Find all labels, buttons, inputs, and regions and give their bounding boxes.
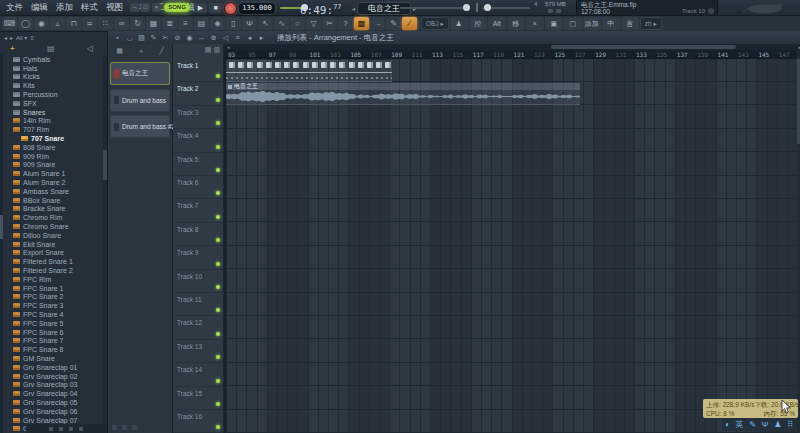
pattern-item-drum-and-bass-2[interactable]: Drum and bass #2 xyxy=(110,115,170,138)
record-button[interactable] xyxy=(224,2,237,15)
browser-item-ekit-snare[interactable]: Ekit Snare xyxy=(3,240,101,249)
browser-item-fpc-rim[interactable]: FPC Rim xyxy=(3,275,101,284)
browser-item-fpc-snare-6[interactable]: FPC Snare 6 xyxy=(3,328,101,337)
delete-tool-icon[interactable]: ⊘ xyxy=(172,32,183,43)
ime-keyboard-icon[interactable]: ⠿ xyxy=(787,418,793,431)
menu-样式[interactable]: 样式 xyxy=(77,0,102,15)
track-header-5[interactable]: Track 5 xyxy=(173,153,223,176)
menu-添加[interactable]: 添加 xyxy=(52,0,77,15)
browser-item-filtered-snare-2[interactable]: Filtered Snare 2 xyxy=(3,266,101,275)
wait-input-icon[interactable]: ⊓ xyxy=(66,17,81,30)
pattern-item-电音之王[interactable]: 电音之王 xyxy=(110,62,170,85)
track-led-icon[interactable] xyxy=(216,215,220,219)
browser-item-hats[interactable]: Hats xyxy=(3,64,101,73)
countdown-icon[interactable]: ≍ xyxy=(82,17,97,30)
copy-icon[interactable]: ▣ xyxy=(545,17,563,30)
track-header-15[interactable]: Track 15 xyxy=(173,387,223,410)
mixer-icon[interactable]: ≣ xyxy=(162,17,177,30)
horizontal-scroll-thumb[interactable] xyxy=(551,45,736,49)
close-button[interactable]: × xyxy=(526,17,544,30)
track-header-7[interactable]: Track 7 xyxy=(173,199,223,222)
browser-item-fpc-snare-3[interactable]: FPC Snare 3 xyxy=(3,301,101,310)
channel-rack-icon[interactable]: ▦ xyxy=(146,17,161,30)
track-header-8[interactable]: Track 8 xyxy=(173,223,223,246)
save-icon[interactable]: ▽ xyxy=(306,17,321,30)
project-picker-icon[interactable]: ◈ xyxy=(210,17,225,30)
loop-record-icon[interactable]: ↻ xyxy=(130,17,145,30)
detach-icon[interactable]: ▪ xyxy=(112,32,123,43)
arrangement-grid[interactable]: 电音之王 xyxy=(226,59,800,433)
menu-icon[interactable]: ≡ xyxy=(232,32,243,43)
browser-item-ambass-snare[interactable]: Ambass Snare xyxy=(3,187,101,196)
yan-button[interactable]: 言 xyxy=(621,17,639,30)
browser-item-14in-rim[interactable]: 14in Rim xyxy=(3,117,101,126)
browser-item-grv-snareclap-05[interactable]: Grv Snareclap 05 xyxy=(3,398,101,407)
browser-item-909-rim[interactable]: 909 Rim xyxy=(3,152,101,161)
overdub-icon[interactable]: ∞ xyxy=(114,17,129,30)
plugin-picker-icon[interactable]: ▤ xyxy=(194,17,209,30)
paint-tool-icon[interactable]: ▨ xyxy=(136,32,147,43)
list-view-icon[interactable]: ▥ xyxy=(213,46,220,54)
track-led-icon[interactable] xyxy=(216,425,220,429)
ime-lang-icon[interactable]: 英 xyxy=(736,418,744,431)
slip-tool-icon[interactable]: ↔ xyxy=(196,32,207,43)
obj-dropdown[interactable]: OBJ ▸ xyxy=(421,17,449,30)
mute-tool-icon[interactable]: ◉ xyxy=(184,32,195,43)
piano-roll-icon[interactable]: ▦ xyxy=(116,47,123,55)
ime-toolbar[interactable]: ◐英✎Ψ♟⠿ xyxy=(722,418,796,431)
browser-filter-dropdown[interactable]: All ▾ xyxy=(16,34,27,41)
browser-item-fpc-snare-4[interactable]: FPC Snare 4 xyxy=(3,310,101,319)
browser-back-icon[interactable]: ◂ xyxy=(4,34,7,41)
browser-item-snares[interactable]: Snares xyxy=(3,108,101,117)
track-header-6[interactable]: Track 6 xyxy=(173,176,223,199)
pattern-item-drum-and-bass[interactable]: Drum and bass xyxy=(110,89,170,112)
track-led-icon[interactable] xyxy=(216,285,220,289)
pattern-clip[interactable] xyxy=(226,60,392,82)
ime-mic-icon[interactable]: Ψ xyxy=(762,418,769,431)
browser-forward-icon[interactable]: ▸ xyxy=(10,34,13,41)
track-header-13[interactable]: Track 13 xyxy=(173,340,223,363)
window-button-2[interactable]: × xyxy=(152,3,161,12)
slice-tool-icon[interactable]: ✂ xyxy=(160,32,171,43)
grid-view-icon[interactable]: ▤ xyxy=(205,46,212,54)
browser-item-fpc-snare-2[interactable]: FPC Snare 2 xyxy=(3,293,101,302)
song-mode-led[interactable]: SONG xyxy=(164,3,190,12)
window-button-1[interactable]: □ xyxy=(141,3,150,12)
browser-toggle-icon[interactable]: ≡ xyxy=(178,17,193,30)
ime-pen-icon[interactable]: ✎ xyxy=(749,418,756,431)
track-led-icon[interactable] xyxy=(216,168,220,172)
browser-item-chromo-rim[interactable]: Chromo Rim xyxy=(3,213,101,222)
automation-icon[interactable]: ∿ xyxy=(274,17,289,30)
file-icon[interactable]: ▯ xyxy=(226,17,241,30)
browser-item-909-snare[interactable]: 909 Snare xyxy=(3,161,101,170)
track-header-10[interactable]: Track 10 xyxy=(173,270,223,293)
track-led-icon[interactable] xyxy=(216,379,220,383)
zoom-tool-icon[interactable]: ⊕ xyxy=(208,32,219,43)
browser-left-scrollbar[interactable] xyxy=(0,55,3,433)
master-meter-icon[interactable]: Ψ xyxy=(242,17,257,30)
track-header-14[interactable]: Track 14 xyxy=(173,363,223,386)
back-icon[interactable]: ◂ xyxy=(244,32,255,43)
track-header-4[interactable]: Track 4 xyxy=(173,129,223,152)
browser-item-bracke-snare[interactable]: Bracke Snare xyxy=(3,205,101,214)
browser-item-filtered-snare-1[interactable]: Filtered Snare 1 xyxy=(3,257,101,266)
track-led-icon[interactable] xyxy=(216,402,220,406)
browser-item-707-snare[interactable]: 707 Snare xyxy=(3,134,101,143)
pattern-prev-icon[interactable]: ◂ xyxy=(352,5,355,12)
track-led-icon[interactable] xyxy=(216,262,220,266)
paste-icon[interactable]: ▢ xyxy=(564,17,582,30)
monitor-knob[interactable] xyxy=(708,8,714,14)
track-header-11[interactable]: Track 11 xyxy=(173,293,223,316)
browser-speaker-icon[interactable]: ◁ xyxy=(87,43,93,55)
magnet-icon[interactable]: ◡ xyxy=(124,32,135,43)
browser-item-fpc-snare-8[interactable]: FPC Snare 8 xyxy=(3,345,101,354)
browser-item-gm-snare[interactable]: GM Snare xyxy=(3,354,101,363)
browser-item-fpc-snare-7[interactable]: FPC Snare 7 xyxy=(3,337,101,346)
browser-item-chromo-snare[interactable]: Chromo Snare xyxy=(3,222,101,231)
browser-item-cymbals[interactable]: Cymbals xyxy=(3,55,101,64)
add-button[interactable]: 添加 xyxy=(583,17,601,30)
browser-item-grv-snareclap-06[interactable]: Grv Snareclap 06 xyxy=(3,407,101,416)
language-dropdown[interactable]: zh ▸ xyxy=(640,17,662,30)
browser-item-alum-snare-1[interactable]: Alum Snare 1 xyxy=(3,169,101,178)
menu-编辑[interactable]: 编辑 xyxy=(27,0,52,15)
